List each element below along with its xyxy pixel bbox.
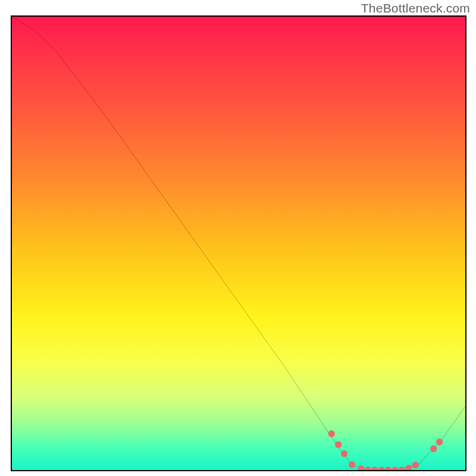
trough-marker-dot (364, 466, 371, 470)
bottleneck-curve-path (12, 17, 465, 470)
trough-marker-dot (392, 466, 398, 470)
trough-marker-dot (371, 466, 378, 470)
trough-marker-dot (358, 465, 364, 470)
trough-marker-dot (328, 430, 334, 437)
trough-marker-dot (412, 462, 418, 468)
trough-marker-dot (436, 439, 443, 445)
trough-marker-dot (399, 466, 405, 470)
trough-marker-dot (405, 465, 412, 470)
trough-marker-dot (385, 466, 392, 470)
trough-marker-dot (430, 445, 437, 452)
trough-marker-dot (341, 450, 347, 457)
chart-svg (12, 17, 465, 470)
trough-markers-group (328, 430, 443, 470)
chart-wrapper: TheBottleneck.com (0, 0, 476, 476)
trough-marker-dot (378, 466, 384, 470)
watermark-text: TheBottleneck.com (361, 1, 470, 15)
trough-marker-dot (335, 441, 342, 448)
plot-frame (11, 15, 466, 471)
trough-marker-dot (349, 461, 355, 468)
